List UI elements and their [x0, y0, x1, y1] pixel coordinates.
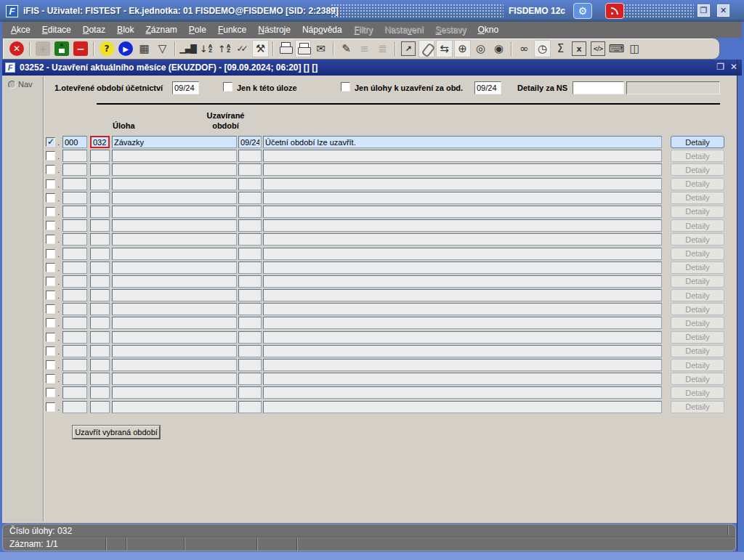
table-row: . Detaily: [46, 136, 726, 150]
tasks-to-close-checkbox[interactable]: [341, 82, 350, 92]
row-select-checkbox: [46, 402, 55, 412]
print-preview-icon[interactable]: [295, 40, 311, 57]
row-select-checkbox: [46, 207, 55, 216]
detail-button: Detaily: [671, 331, 724, 344]
chart-icon[interactable]: ▁▄█: [179, 40, 196, 57]
tools-icon[interactable]: ⚒: [252, 40, 269, 57]
task-name-field: [112, 219, 237, 232]
reader-icon[interactable]: ◫: [626, 40, 643, 57]
help-icon[interactable]: ?: [100, 41, 114, 56]
task-group-field: [62, 359, 87, 371]
menu-item-dotaz[interactable]: Dotaz: [77, 23, 111, 37]
period-field: [238, 401, 262, 413]
tasks-to-close-period-input[interactable]: [474, 81, 501, 94]
status-message-field: [263, 386, 662, 399]
menu-item-okno[interactable]: Okno: [472, 23, 504, 37]
status-message-field: [263, 373, 662, 385]
history-icon[interactable]: ◷: [534, 40, 551, 57]
web-icon[interactable]: ⊕: [454, 40, 471, 57]
ns-code-input[interactable]: [573, 81, 624, 94]
menu-item-nástroje[interactable]: Nástroje: [252, 23, 296, 37]
task-number-field: [90, 373, 110, 385]
row-indicator: .: [57, 180, 60, 189]
detail-button[interactable]: Detaily: [671, 136, 724, 148]
toolbar-separator: [93, 41, 94, 56]
form-restore-icon[interactable]: ❐: [716, 62, 724, 72]
menu-item-editace[interactable]: Editace: [36, 23, 77, 37]
menu-item-nápověda[interactable]: Nápověda: [296, 23, 348, 37]
sum-icon[interactable]: Σ: [552, 40, 569, 57]
settings-button[interactable]: ⚙: [573, 3, 592, 19]
menu-item-blok[interactable]: Blok: [111, 23, 140, 37]
delete-record-icon[interactable]: −: [73, 41, 88, 56]
script-icon[interactable]: </>: [591, 41, 605, 56]
detail-button: Detaily: [671, 373, 724, 385]
filter-icon[interactable]: ▽: [154, 40, 171, 57]
menu-item-funkce[interactable]: Funkce: [212, 23, 252, 37]
menu-item-pole[interactable]: Pole: [183, 23, 212, 37]
glasses-icon[interactable]: ∞: [516, 40, 533, 57]
period-field: [238, 206, 262, 218]
row-indicator: .: [57, 305, 60, 314]
task-name-field: [112, 331, 237, 344]
rss-button[interactable]: [605, 3, 624, 19]
status-message-field[interactable]: [263, 136, 662, 148]
status-message-field: [263, 317, 662, 329]
window-close-button[interactable]: ✕: [717, 4, 729, 17]
calendar-icon[interactable]: ▦: [136, 40, 153, 57]
execute-query-icon[interactable]: ▶: [118, 41, 133, 56]
task-name-field[interactable]: [112, 136, 237, 148]
only-this-task-checkbox[interactable]: [223, 82, 232, 92]
validate-icon[interactable]: ✓✓: [234, 40, 251, 57]
form-window-title: 03252 - Uzavření aktuálního měsíce (EKUZ…: [20, 62, 318, 73]
row-select-checkbox: [46, 151, 55, 161]
task-group-field: [62, 192, 87, 204]
preview-icon[interactable]: ◉: [490, 40, 507, 57]
sort-desc-icon[interactable]: ↓: [198, 40, 214, 57]
print-icon[interactable]: [278, 40, 294, 57]
status-cell: [257, 537, 297, 551]
nav-radio-button[interactable]: [8, 81, 16, 89]
edit-icon[interactable]: ✎: [338, 40, 355, 57]
period-field[interactable]: [238, 136, 262, 148]
detail-button: Detaily: [671, 150, 724, 162]
task-number-field: [90, 359, 110, 371]
routing-icon[interactable]: ⇆: [436, 40, 453, 57]
task-group-field[interactable]: [62, 136, 87, 148]
menu-item-záznam[interactable]: Záznam: [140, 23, 182, 37]
task-number-field[interactable]: [90, 136, 110, 148]
detail-button: Detaily: [671, 233, 724, 245]
row-indicator: .: [57, 138, 60, 147]
keyboard-icon[interactable]: ⌨: [608, 40, 625, 57]
open-period-input[interactable]: [172, 81, 199, 94]
status-message-field: [263, 345, 662, 357]
table-row: . Detaily: [46, 303, 726, 317]
excel-icon[interactable]: x: [572, 41, 586, 56]
exit-icon[interactable]: ✕: [9, 41, 24, 56]
row-select-checkbox: [46, 388, 55, 397]
row-indicator: .: [57, 361, 60, 370]
close-selected-periods-button[interactable]: Uzavřít vybraná období: [73, 426, 160, 439]
save-icon[interactable]: [54, 41, 69, 56]
task-number-field: [90, 178, 110, 190]
period-field: [238, 386, 262, 399]
status-message-field: [263, 248, 662, 260]
external-window-icon[interactable]: ↗: [401, 41, 416, 56]
ifis-logo-icon: F: [6, 5, 18, 17]
table-row: . Detaily: [46, 289, 726, 303]
menu-item-akce[interactable]: Akce: [5, 23, 36, 37]
toolbar: ✕+−?▶▦▽▁▄█↓↑✓✓⚒✉✎≡≣↗⇆⊕◎◉∞◷Σx</>⌨◫: [2, 38, 720, 60]
task-number-field: [90, 206, 110, 218]
task-number-field: [90, 219, 110, 232]
gear-icon: ⚙: [578, 5, 588, 17]
sort-asc-icon[interactable]: ↑: [216, 40, 232, 57]
period-field: [238, 359, 262, 371]
row-select-checkbox[interactable]: [46, 137, 55, 147]
task-number-field: [90, 345, 110, 357]
status-cell: [126, 537, 185, 551]
compass-icon[interactable]: ◎: [472, 40, 489, 57]
period-field: [238, 303, 262, 315]
mail-icon[interactable]: ✉: [312, 40, 329, 57]
attachment-icon[interactable]: [418, 40, 434, 57]
window-restore-button[interactable]: ❐: [698, 4, 710, 17]
